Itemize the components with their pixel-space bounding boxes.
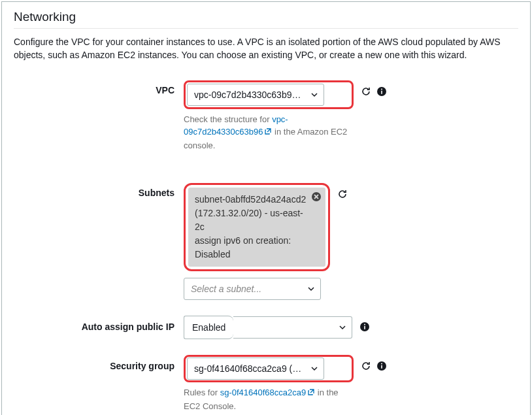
svg-rect-8 <box>381 365 382 369</box>
panel-description: Configure the VPC for your container ins… <box>14 35 518 62</box>
vpc-row: VPC vpc-09c7d2b4330c63b9… Check the stru… <box>14 80 518 152</box>
auto-ip-row: Auto assign public IP Enabled <box>14 316 518 339</box>
subnets-label: Subnets <box>14 183 184 198</box>
auto-ip-value: Enabled <box>186 318 232 337</box>
svg-rect-5 <box>364 326 365 329</box>
subnet-ipv6: assign ipv6 on creation: Disabled <box>195 235 291 259</box>
refresh-icon[interactable] <box>337 188 348 200</box>
vpc-select[interactable]: vpc-09c7d2b4330c63b9… <box>187 84 324 106</box>
auto-ip-highlight: Enabled <box>184 316 233 339</box>
sg-link[interactable]: sg-0f41640f68cca2ca9 <box>220 388 316 397</box>
sg-select[interactable]: sg-0f41640f68cca2ca9 (… <box>187 357 324 380</box>
vpc-selected-value: vpc-09c7d2b4330c63b9… <box>194 90 301 100</box>
sg-selected-value: sg-0f41640f68cca2ca9 (… <box>194 363 301 374</box>
info-icon[interactable] <box>376 86 388 97</box>
auto-ip-select[interactable]: Enabled <box>184 316 352 339</box>
chevron-down-icon <box>310 365 318 373</box>
subnet-placeholder: Select a subnet... <box>191 284 261 294</box>
panel-title: Networking <box>14 10 518 29</box>
vpc-hint: Check the structure for vpc-09c7d2b4330c… <box>184 113 354 152</box>
svg-point-2 <box>381 88 382 90</box>
sg-highlight: sg-0f41640f68cca2ca9 (… <box>184 355 354 382</box>
sg-hint: Rules for sg-0f41640f68cca2ca9 in the EC… <box>184 386 354 412</box>
info-icon[interactable] <box>376 360 388 372</box>
subnet-id: subnet-0abffd52d4a24acd2 <box>195 194 306 205</box>
svg-point-9 <box>381 363 382 365</box>
remove-subnet-icon[interactable] <box>311 191 322 206</box>
subnets-highlight: subnet-0abffd52d4a24acd2 (172.31.32.0/20… <box>184 183 330 271</box>
refresh-icon[interactable] <box>360 360 372 372</box>
svg-point-6 <box>364 324 365 325</box>
chevron-down-icon <box>339 324 346 331</box>
chevron-down-icon <box>310 91 318 99</box>
external-link-icon <box>307 387 315 400</box>
auto-ip-label: Auto assign public IP <box>14 316 184 332</box>
svg-rect-1 <box>381 90 382 93</box>
refresh-icon[interactable] <box>360 86 372 97</box>
sg-label: Security group <box>14 355 184 371</box>
subnet-select[interactable]: Select a subnet... <box>184 278 321 300</box>
chevron-down-icon <box>307 285 315 293</box>
vpc-highlight: vpc-09c7d2b4330c63b9… <box>184 80 354 109</box>
info-icon[interactable] <box>359 321 371 333</box>
external-link-icon <box>264 126 272 139</box>
subnet-cidr-az: (172.31.32.0/20) - us-east-2c <box>195 208 303 232</box>
sg-row: Security group sg-0f41640f68cca2ca9 (… R… <box>14 355 518 412</box>
subnet-selected-item: subnet-0abffd52d4a24acd2 (172.31.32.0/20… <box>188 188 325 267</box>
vpc-label: VPC <box>14 80 184 95</box>
subnets-row: Subnets subnet-0abffd52d4a24acd2 (172.31… <box>14 183 518 300</box>
networking-panel: Networking Configure the VPC for your co… <box>1 1 531 415</box>
